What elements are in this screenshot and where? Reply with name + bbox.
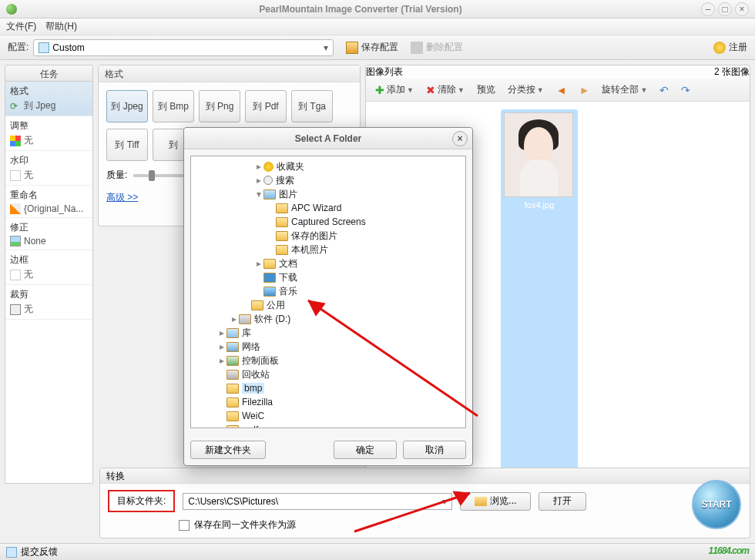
sidebar-header: 任务: [5, 65, 93, 82]
config-label: 配置:: [8, 41, 29, 54]
tree-node[interactable]: ▸库: [193, 326, 464, 340]
tree-node[interactable]: 公用: [193, 298, 464, 312]
preview-button[interactable]: 预览: [472, 82, 500, 98]
browse-button[interactable]: 浏览...: [460, 492, 531, 511]
delete-config-button[interactable]: 删除配置: [411, 41, 463, 54]
feedback-link[interactable]: 提交反馈: [21, 545, 58, 558]
folder-icon: [226, 370, 239, 380]
ok-button[interactable]: 确定: [334, 441, 397, 459]
sidebar-item[interactable]: 调整无: [5, 116, 92, 151]
folder-dialog: Select A Folder × ▸收藏夹▸搜索▾图片APC WizardCa…: [183, 127, 473, 466]
maximize-button[interactable]: □: [718, 2, 732, 16]
convert-header: 转换: [100, 468, 750, 484]
folder-icon: [226, 384, 239, 394]
redo-icon: ↷: [681, 84, 690, 96]
save-config-button[interactable]: 保存配置: [346, 41, 398, 54]
folder-icon: [276, 203, 288, 213]
plus-icon: ✚: [375, 84, 384, 96]
save-same-label: 保存在同一文件夹作为源: [194, 518, 296, 531]
next-button[interactable]: ►: [575, 82, 595, 98]
tree-node[interactable]: 下载: [193, 270, 464, 284]
register-button[interactable]: 注册: [713, 41, 747, 54]
format-button[interactable]: 到 Tga: [291, 90, 333, 122]
thumbnail-caption: fox4.jpg: [504, 200, 575, 210]
image-list-header: 图像列表 2 张图像: [366, 65, 750, 79]
key-icon: [713, 42, 726, 54]
tree-node[interactable]: APC Wizard: [193, 201, 464, 215]
menu-help[interactable]: 帮助(H): [45, 20, 77, 33]
prev-button[interactable]: ◄: [552, 82, 572, 98]
tree-node[interactable]: ▸网络: [193, 340, 464, 354]
format-button[interactable]: 到 Bmp: [153, 90, 194, 122]
sidebar-item[interactable]: 格式⟳到 Jpeg: [5, 82, 92, 116]
format-button[interactable]: 到 Pdf: [245, 90, 287, 122]
task-sidebar: 任务 格式⟳到 Jpeg调整无水印无重命名{Original_Na...修正No…: [5, 65, 93, 484]
sidebar-item[interactable]: 边框无: [5, 250, 92, 285]
sidebar-item[interactable]: 水印无: [5, 151, 92, 186]
menu-file[interactable]: 文件(F): [6, 20, 36, 33]
sidebar-item[interactable]: 裁剪无: [5, 285, 92, 320]
target-folder-label: 目标文件夹:: [108, 490, 175, 512]
minimize-button[interactable]: –: [701, 2, 715, 16]
blank-icon: [10, 170, 21, 181]
config-value: Custom: [52, 42, 84, 53]
format-button[interactable]: 到 Png: [199, 90, 240, 122]
tree-node[interactable]: ▸搜索: [193, 173, 464, 187]
new-folder-button[interactable]: 新建文件夹: [190, 441, 266, 459]
format-button[interactable]: 到 Tiff: [106, 129, 148, 161]
titlebar: PearlMountain Image Converter (Trial Ver…: [0, 0, 755, 18]
tree-node[interactable]: ▸文档: [193, 257, 464, 270]
tree-node[interactable]: ▸控制面板: [193, 354, 464, 367]
thumbnail-item[interactable]: fox4.jpg: [501, 109, 578, 475]
tree-node[interactable]: 音乐: [193, 284, 464, 298]
config-combo[interactable]: Custom ▾: [33, 39, 334, 56]
folder-icon: [226, 411, 239, 421]
chevron-down-icon: ▾: [324, 42, 328, 53]
folder-icon: [263, 287, 276, 297]
crop-icon: [10, 304, 21, 315]
folder-icon: [263, 259, 276, 269]
undo-button[interactable]: ↶: [655, 82, 673, 98]
window-title: PearlMountain Image Converter (Trial Ver…: [23, 4, 698, 15]
tree-node[interactable]: 回收站: [193, 367, 464, 381]
tree-node[interactable]: ▸收藏夹: [193, 159, 464, 173]
target-path-input[interactable]: C:\Users\CS\Pictures\ ▾: [183, 493, 452, 510]
convert-panel: 转换 目标文件夹: C:\Users\CS\Pictures\ ▾ 浏览... …: [99, 468, 750, 538]
image-count: 2 张图像: [714, 65, 750, 79]
add-button[interactable]: ✚添加▼: [371, 82, 418, 98]
rotate-button[interactable]: 旋转全部▼: [597, 82, 652, 98]
dialog-close-button[interactable]: ×: [452, 131, 468, 146]
tree-node[interactable]: Filezilla: [193, 395, 464, 409]
start-button[interactable]: START: [692, 480, 741, 529]
x-icon: ✖: [426, 84, 435, 96]
folder-icon: [263, 176, 273, 185]
sidebar-item[interactable]: 修正None: [5, 218, 92, 250]
tree-node[interactable]: ▾图片: [193, 187, 464, 201]
arrow-left-icon: ◄: [556, 84, 567, 96]
grid-icon: [10, 136, 21, 146]
format-header: 格式: [99, 65, 360, 82]
tree-node[interactable]: bmp: [193, 381, 464, 395]
thumbnail-image: [504, 112, 573, 197]
tree-node[interactable]: 本机照片: [193, 243, 464, 257]
advanced-link[interactable]: 高级 >>: [106, 191, 138, 204]
format-button[interactable]: 到 Jpeg: [106, 90, 148, 122]
clear-button[interactable]: ✖清除▼: [421, 82, 469, 98]
tree-node[interactable]: ▸软件 (D:): [193, 312, 464, 326]
close-button[interactable]: ×: [735, 2, 749, 16]
save-same-checkbox[interactable]: [179, 520, 190, 531]
open-button[interactable]: 打开: [539, 492, 586, 511]
watermark: 11684.com: [709, 538, 749, 558]
feedback-icon: [6, 547, 17, 558]
tree-node[interactable]: Captured Screens: [193, 215, 464, 229]
sort-button[interactable]: 分类按▼: [503, 82, 549, 98]
tree-node[interactable]: wolf: [193, 423, 464, 428]
redo-button[interactable]: ↷: [676, 82, 695, 98]
folder-icon: [276, 231, 288, 241]
cancel-button[interactable]: 取消: [403, 441, 466, 459]
tree-node[interactable]: WeiC: [193, 409, 464, 423]
folder-tree[interactable]: ▸收藏夹▸搜索▾图片APC WizardCaptured Screens保存的图…: [190, 156, 466, 428]
folder-icon: [263, 189, 276, 200]
sidebar-item[interactable]: 重命名{Original_Na...: [5, 186, 92, 218]
tree-node[interactable]: 保存的图片: [193, 229, 464, 243]
